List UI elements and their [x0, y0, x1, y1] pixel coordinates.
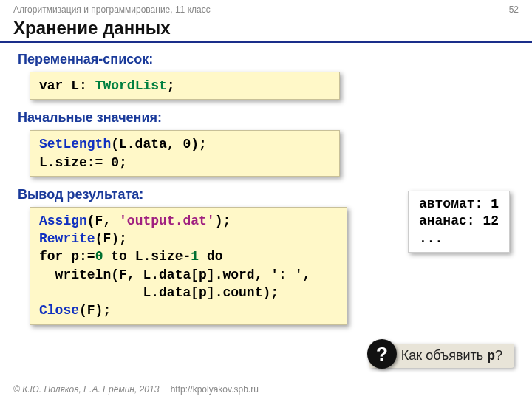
page-title: Хранение данных [0, 16, 532, 43]
section-variable-list: Переменная-список: [0, 49, 532, 72]
slide-header: Алгоритмизация и программирование, 11 кл… [0, 0, 532, 16]
slide-footer: © К.Ю. Поляков, Е.А. Ерёмин, 2013 http:/… [13, 384, 259, 395]
section-initial-values: Начальные значения: [0, 107, 532, 130]
question-var: p [487, 349, 495, 364]
footer-url: http://kpolyakov.spb.ru [171, 384, 259, 395]
code-output: Assign(F, 'output.dat'); Rewrite(F); for… [30, 207, 347, 325]
sample-output-box: автомат: 1 ананас: 12 ... [408, 191, 510, 253]
code-initial-values: SetLength(L.data, 0); L.size:= 0; [30, 130, 340, 177]
course-name: Алгоритмизация и программирование, 11 кл… [13, 4, 211, 15]
page-number: 52 [509, 4, 519, 15]
question-icon: ? [367, 339, 397, 369]
question-text-prefix: Как объявить [401, 348, 487, 363]
code-var-declaration: var L: TWordList; [30, 72, 340, 100]
copyright: © К.Ю. Поляков, Е.А. Ерёмин, 2013 [13, 384, 159, 395]
question-text-suffix: ? [495, 348, 502, 363]
question-callout: ? Как объявить p? [369, 344, 514, 368]
